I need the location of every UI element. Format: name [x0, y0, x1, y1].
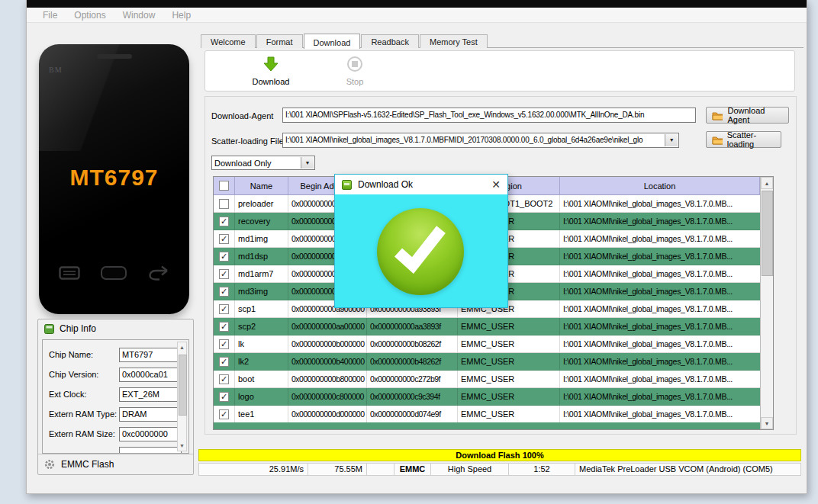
cell-name: recovery [235, 213, 288, 230]
checkbox-checked-icon[interactable]: ✓ [219, 234, 229, 244]
checkbox-checked-icon[interactable]: ✓ [219, 409, 229, 419]
row-checkbox[interactable]: ✓ [214, 300, 235, 318]
header-name[interactable]: Name [235, 177, 288, 195]
chip-info-scrollbar[interactable]: ▲ ▼ [177, 342, 187, 451]
checkbox-checked-icon[interactable]: ✓ [219, 269, 229, 279]
menu-window[interactable]: Window [114, 10, 164, 21]
cell-begin-address: 0x000000000d000000 [288, 406, 367, 423]
scrollbar-thumb[interactable] [179, 355, 187, 416]
chip-field-label: Chip Version: [49, 370, 98, 379]
checkbox-unchecked-icon[interactable] [219, 199, 229, 209]
row-checkbox[interactable]: ✓ [214, 265, 235, 283]
row-checkbox[interactable]: ✓ [214, 213, 235, 230]
tab-readback[interactable]: Readback [361, 34, 419, 48]
tab-format[interactable]: Format [256, 34, 303, 48]
table-row-clipped [214, 422, 760, 429]
row-checkbox[interactable]: ✓ [214, 283, 235, 300]
row-checkbox[interactable]: ✓ [214, 406, 235, 423]
scroll-up-icon[interactable]: ▲ [761, 177, 773, 189]
tab-download[interactable]: Download [304, 34, 361, 49]
cell-region: EMMC_USER [458, 388, 560, 406]
chip-field-value[interactable]: DRAM [119, 407, 182, 422]
row-checkbox[interactable]: ✓ [214, 353, 235, 371]
row-checkbox[interactable]: ✓ [214, 248, 235, 265]
cell-name: md1arm7 [235, 265, 288, 283]
chip-info-title: Chip Info [60, 323, 96, 334]
chip-field-value[interactable]: 0x0000ca01 [119, 368, 182, 382]
status-size: 75.55M [308, 464, 367, 475]
table-row[interactable]: ✓lk20x000000000b4000000x000000000b48262f… [214, 353, 773, 371]
stop-button-label: Stop [323, 77, 387, 86]
chip-field-value[interactable]: MT6797 [119, 348, 182, 362]
cell-region: EMMC_USER [458, 318, 560, 335]
combo-dropdown-icon[interactable]: ▼ [665, 134, 678, 146]
menu-help[interactable]: Help [163, 10, 199, 21]
table-row[interactable]: ✓scp20x000000000aa000000x000000000aa3893… [214, 318, 773, 335]
cell-location: I:\001 XIAOMI\nikel_global_images_V8.1.7… [560, 283, 760, 300]
checkbox-checked-icon[interactable]: ✓ [219, 374, 229, 384]
status-port: MediaTek PreLoader USB VCOM (Android) (C… [575, 464, 800, 475]
row-checkbox[interactable]: ✓ [214, 230, 235, 248]
table-row[interactable]: ✓tee10x000000000d0000000x000000000d074e9… [214, 406, 773, 423]
chip-info-content: Chip Name: MT6797 Chip Version: 0x0000ca… [42, 339, 189, 454]
cell-name: boot [235, 371, 288, 388]
scrollbar-thumb[interactable] [762, 191, 773, 276]
row-checkbox[interactable] [214, 195, 235, 213]
scatter-file-value: I:\001 XIAOMI\nikel_global_images_V8.1.7… [285, 136, 642, 144]
chip-field-value[interactable]: 0xc0000000 [119, 427, 182, 441]
row-checkbox[interactable]: ✓ [214, 318, 235, 335]
table-row[interactable]: ✓lk0x000000000b0000000x000000000b08262fE… [214, 335, 773, 353]
phone-speaker [97, 54, 132, 59]
chip-info-header[interactable]: Chip Info [38, 319, 193, 338]
row-checkbox[interactable]: ✓ [214, 371, 235, 388]
checkbox-checked-icon[interactable]: ✓ [219, 339, 229, 349]
checkbox-checked-icon[interactable]: ✓ [219, 304, 229, 314]
dialog-app-icon [342, 180, 352, 190]
checkbox-checked-icon[interactable]: ✓ [219, 392, 229, 402]
cell-region: EMMC_USER [458, 406, 560, 423]
chip-field-value[interactable]: EXT_26M [119, 387, 182, 402]
tab-memory-test[interactable]: Memory Test [420, 34, 488, 48]
scroll-down-icon[interactable]: ▼ [178, 441, 186, 451]
table-row[interactable]: ✓boot0x000000000b8000000x000000000c272b9… [214, 371, 773, 388]
menu-file[interactable]: File [34, 10, 66, 21]
dialog-close-icon[interactable]: ✕ [491, 179, 501, 190]
cell-location: I:\001 XIAOMI\nikel_global_images_V8.1.7… [560, 230, 760, 248]
dialog-title: Download Ok [358, 179, 485, 190]
header-select-all-checkbox[interactable] [214, 177, 235, 195]
checkbox-checked-icon[interactable]: ✓ [219, 252, 229, 262]
cell-name: lk2 [235, 353, 288, 371]
stop-icon [347, 56, 362, 72]
checkbox-checked-icon[interactable]: ✓ [219, 287, 229, 297]
download-button[interactable]: Download [239, 56, 303, 86]
dialog-title-bar[interactable]: Download Ok ✕ [335, 175, 507, 194]
scroll-down-icon[interactable]: ▼ [761, 417, 773, 429]
checkbox-checked-icon[interactable]: ✓ [219, 217, 229, 226]
download-agent-input[interactable]: I:\001 XIAOMI\SPFlash-v5.1632-Edited\SP_… [282, 108, 696, 123]
row-checkbox[interactable]: ✓ [214, 388, 235, 406]
scatter-file-label: Scatter-loading File [211, 136, 284, 146]
download-agent-button[interactable]: Download Agent [706, 107, 789, 124]
scatter-loading-button[interactable]: Scatter-loading [706, 131, 781, 148]
combo-dropdown-icon[interactable]: ▼ [301, 157, 314, 169]
scroll-up-icon[interactable]: ▲ [178, 342, 186, 352]
download-ok-dialog: Download Ok ✕ [334, 174, 508, 308]
cell-location: I:\001 XIAOMI\nikel_global_images_V8.1.7… [560, 195, 760, 213]
emmc-flash-header[interactable]: EMMC Flash [38, 454, 193, 474]
cell-name: preloader [235, 195, 288, 213]
row-checkbox[interactable]: ✓ [214, 335, 235, 353]
table-scrollbar[interactable]: ▲ ▼ [760, 177, 773, 429]
cell-location: I:\001 XIAOMI\nikel_global_images_V8.1.7… [560, 388, 760, 406]
menu-options[interactable]: Options [66, 10, 114, 21]
stop-button[interactable]: Stop [323, 56, 387, 86]
checkbox-checked-icon[interactable]: ✓ [219, 357, 229, 367]
cell-end-address: 0x000000000b08262f [367, 335, 458, 353]
checkbox-checked-icon[interactable]: ✓ [219, 322, 229, 332]
gear-icon [44, 459, 55, 470]
tab-welcome[interactable]: Welcome [201, 34, 256, 48]
header-location[interactable]: Location [560, 177, 760, 195]
table-row[interactable]: ✓logo0x000000000c8000000x000000000c9c394… [214, 388, 773, 406]
download-mode-combobox[interactable]: Download Only ▼ [211, 156, 315, 170]
chip-field-value[interactable] [119, 447, 182, 454]
scatter-file-combobox[interactable]: I:\001 XIAOMI\nikel_global_images_V8.1.7… [282, 133, 679, 148]
